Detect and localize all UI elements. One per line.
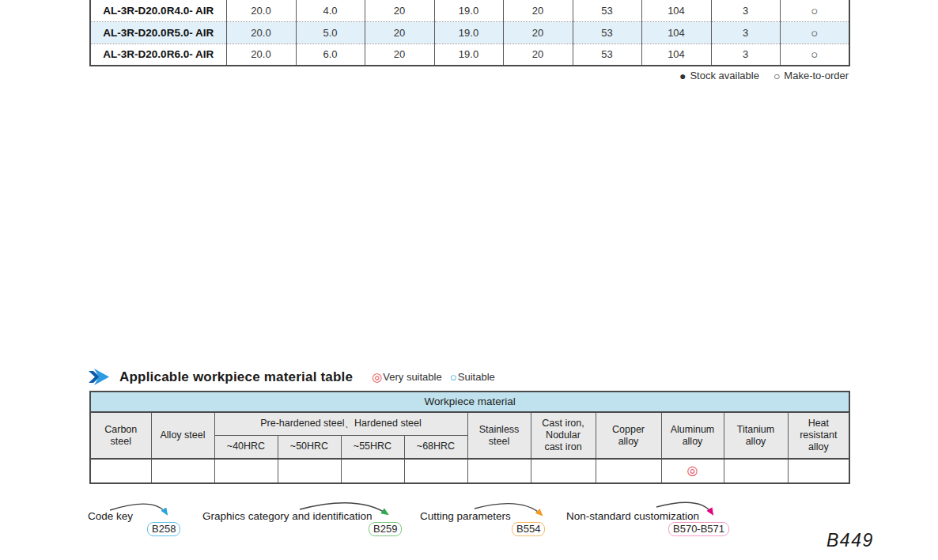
cutting-parameters-label: Cutting parameters	[420, 510, 511, 522]
graphics-category-label: Graphics category and identification	[202, 510, 373, 522]
value-cell: 104	[641, 44, 711, 66]
header-55hrc: ~55HRC	[341, 435, 404, 459]
stock-legend: ●Stock available○Make-to-order	[89, 70, 849, 82]
header-titanium-alloy: Titanium alloy	[724, 412, 788, 459]
value-cell: 4.0	[296, 0, 365, 21]
code-key-label: Code key	[88, 510, 133, 522]
model-cell: AL-3R-D20.0R6.0- AIR	[90, 44, 226, 66]
page-ref-b554[interactable]: B554	[512, 522, 545, 536]
header-68hrc: ~68HRC	[404, 435, 467, 459]
value-cell: 20	[365, 44, 434, 66]
value-cell: 20	[503, 44, 573, 66]
section-heading: Applicable workpiece material table ◎ Ve…	[89, 369, 495, 385]
very-suitable-label: Very suitable	[383, 371, 441, 383]
header-hardened-steel-group: Pre-hardened steel、Hardened steel	[214, 412, 467, 435]
value-cell: 19.0	[434, 44, 503, 66]
page-ref-b570-b571[interactable]: B570-B571	[668, 522, 729, 536]
rating-cell-alloy	[151, 459, 214, 483]
workpiece-table: Workpiece material Carbon steel Alloy st…	[89, 391, 850, 484]
value-cell: 3	[711, 21, 780, 44]
very-suitable-item: ◎ Very suitable	[372, 370, 442, 384]
availability-cell make-to-order-icon: ○	[780, 0, 849, 21]
value-cell: 53	[573, 0, 641, 21]
header-cast-iron: Cast iron, Nodular cast iron	[531, 412, 596, 459]
non-standard-customization-label: Non-standard customization	[566, 510, 699, 522]
value-cell: 3	[711, 44, 780, 66]
spec-row: AL-3R-D20.0R4.0- AIR 20.0 4.0 20 19.0 20…	[90, 0, 849, 21]
open-circle-icon: ○	[450, 370, 457, 384]
spec-row-highlighted: AL-3R-D20.0R5.0- AIR 20.0 5.0 20 19.0 20…	[90, 21, 849, 44]
header-stainless-steel: Stainless steel	[467, 412, 531, 459]
availability-cell make-to-order-icon: ○	[780, 21, 849, 44]
rating-cell-titanium	[724, 459, 788, 483]
workpiece-material-banner: Workpiece material	[90, 392, 849, 412]
value-cell: 20.0	[226, 21, 296, 44]
rating-cell-carbon	[90, 459, 151, 483]
value-cell: 20.0	[226, 0, 296, 21]
value-cell: 53	[573, 21, 641, 44]
value-cell: 20	[503, 21, 573, 44]
rating-cell-68hrc	[404, 459, 467, 483]
page-ref-b259[interactable]: B259	[369, 522, 402, 536]
header-40hrc: ~40HRC	[214, 435, 278, 459]
catalog-page: AL-3R-D20.0R4.0- AIR 20.0 4.0 20 19.0 20…	[0, 0, 938, 560]
model-cell: AL-3R-D20.0R4.0- AIR	[90, 0, 226, 21]
page-number: B449	[826, 530, 874, 551]
value-cell: 53	[573, 44, 641, 66]
value-cell: 104	[641, 0, 711, 21]
model-cell: AL-3R-D20.0R5.0- AIR	[90, 21, 226, 44]
rating-cell-stainless	[467, 459, 531, 483]
double-circle-icon: ◎	[372, 370, 382, 384]
suitability-legend: ◎ Very suitable ○ Suitable	[364, 370, 495, 384]
header-row-1: Carbon steel Alloy steel Pre-hardened st…	[90, 412, 849, 435]
availability-cell make-to-order-icon: ○	[780, 44, 849, 66]
stock-available-label: Stock available	[690, 70, 758, 81]
make-to-order-label: Make-to-order	[784, 70, 849, 81]
value-cell: 20	[365, 21, 434, 44]
filled-circle-icon: ●	[679, 70, 686, 82]
open-circle-icon: ○	[773, 70, 780, 82]
suitable-item: ○ Suitable	[450, 370, 495, 384]
header-carbon-steel: Carbon steel	[90, 412, 151, 459]
double-chevron-icon	[89, 369, 110, 385]
value-cell: 19.0	[434, 21, 503, 44]
spec-table: AL-3R-D20.0R4.0- AIR 20.0 4.0 20 19.0 20…	[89, 0, 850, 66]
rating-cell-copper	[596, 459, 661, 483]
header-alloy-steel: Alloy steel	[151, 412, 214, 459]
rating-cell-55hrc	[341, 459, 404, 483]
value-cell: 20	[365, 0, 434, 21]
value-cell: 20.0	[226, 44, 296, 66]
rating-cell-heat	[788, 459, 849, 483]
header-heat-resistant-alloy: Heat resistant alloy	[788, 412, 849, 459]
spec-row: AL-3R-D20.0R6.0- AIR 20.0 6.0 20 19.0 20…	[90, 44, 849, 66]
value-cell: 20	[503, 0, 573, 21]
suitable-label: Suitable	[458, 371, 495, 383]
rating-cell-40hrc	[214, 459, 278, 483]
header-50hrc: ~50HRC	[278, 435, 341, 459]
value-cell: 104	[641, 21, 711, 44]
value-cell: 19.0	[434, 0, 503, 21]
rating-cell-cast-iron	[531, 459, 596, 483]
banner-row: Workpiece material	[90, 392, 849, 412]
value-cell: 6.0	[296, 44, 365, 66]
rating-row: ◎	[90, 459, 849, 483]
rating-cell-50hrc	[278, 459, 341, 483]
rating-cell-aluminum very-suitable-icon: ◎	[661, 459, 724, 483]
header-aluminum-alloy: Aluminum alloy	[661, 412, 724, 459]
section-title: Applicable workpiece material table	[119, 369, 353, 385]
header-copper-alloy: Copper alloy	[596, 412, 661, 459]
value-cell: 3	[711, 0, 780, 21]
page-ref-b258[interactable]: B258	[147, 522, 180, 536]
value-cell: 5.0	[296, 21, 365, 44]
